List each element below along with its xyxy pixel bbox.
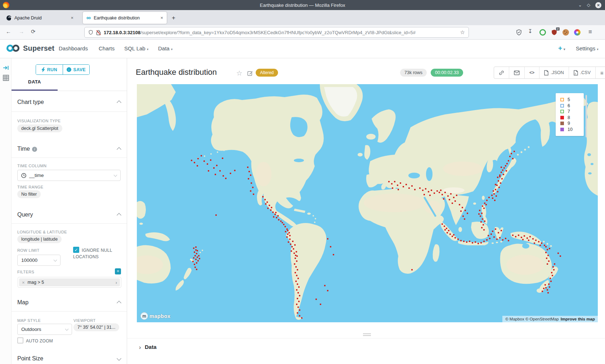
lonlat-label: LONGITUDE & LATITUDE <box>17 230 67 234</box>
earthquake-point <box>272 211 274 213</box>
data-results-panel[interactable]: › Data <box>127 338 605 364</box>
reload-icon[interactable]: ⟳ <box>31 28 36 35</box>
section-map[interactable]: Map <box>17 299 121 306</box>
earthquake-point <box>497 177 498 178</box>
nav-dashboards[interactable]: Dashboards <box>59 45 88 51</box>
nav-data[interactable]: Data▾ <box>158 45 172 51</box>
edit-title-icon[interactable] <box>247 70 253 76</box>
map-legend: 5678910 <box>556 93 584 136</box>
tab-label: Earthquake distribution <box>94 15 140 21</box>
copy-link-button[interactable] <box>494 67 509 78</box>
viz-type-value[interactable]: deck.gl Scatterplot <box>17 124 62 132</box>
earthquake-point <box>482 218 483 220</box>
export-json-button[interactable]: .JSON <box>539 67 569 78</box>
chevron-right-icon[interactable]: › <box>139 344 141 351</box>
expand-panel-icon[interactable] <box>3 65 9 71</box>
earthquake-point <box>490 233 492 235</box>
lonlat-value[interactable]: longitude | latitude <box>17 235 62 243</box>
tab-earthquake-distribution[interactable]: ∞ Earthquake distribution × <box>83 12 167 24</box>
section-chart-type[interactable]: Chart type <box>17 99 121 105</box>
insecure-lock-icon[interactable] <box>96 30 101 35</box>
email-button[interactable] <box>509 67 525 78</box>
row-count-badge: 73k rows <box>400 69 427 77</box>
earthquake-point <box>480 215 481 217</box>
nav-charts[interactable]: Charts <box>99 45 115 51</box>
tab-close-icon[interactable]: × <box>71 15 73 21</box>
earthquake-point <box>296 260 297 262</box>
maximize-icon[interactable]: ◇ <box>587 3 590 8</box>
data-panel-title: Data <box>145 344 157 350</box>
downloads-icon[interactable]: ↧ <box>528 28 533 35</box>
minimize-icon[interactable]: ⌄ <box>578 3 582 8</box>
altered-badge[interactable]: Altered <box>256 69 278 77</box>
remove-filter-icon[interactable]: × <box>19 280 28 285</box>
export-csv-button[interactable]: x .CSV <box>569 67 596 78</box>
tab-apache-druid[interactable]: Apache Druid × <box>3 12 77 24</box>
panel-drag-handle[interactable] <box>363 333 371 336</box>
time-range-value[interactable]: No filter <box>17 190 41 198</box>
earthquake-point <box>411 185 413 187</box>
earthquake-point <box>459 204 460 205</box>
tab-close-icon[interactable]: × <box>160 15 163 21</box>
mask-extension-icon[interactable] <box>539 29 546 36</box>
auto-zoom-checkbox[interactable] <box>17 337 23 343</box>
settings-menu[interactable]: Settings▾ <box>576 45 599 51</box>
new-tab-button[interactable]: + <box>172 14 175 22</box>
chevron-right-icon[interactable]: › <box>113 280 120 285</box>
favorite-star-icon[interactable]: ☆ <box>236 69 242 77</box>
legend-item[interactable]: 8 <box>560 115 584 121</box>
section-query[interactable]: Query <box>17 211 121 218</box>
save-button[interactable]: ↓ SAVE <box>63 65 90 74</box>
earthquake-point <box>496 185 498 186</box>
back-icon[interactable]: ← <box>6 28 11 35</box>
adblock-extension-icon[interactable]: 2 <box>551 29 557 36</box>
cookie-extension-icon[interactable] <box>563 29 569 36</box>
deckgl-map[interactable]: 5678910 m mapbox © Mapbox © OpenStreetMa… <box>137 84 598 322</box>
embed-code-button[interactable]: <> <box>525 67 539 78</box>
earthquake-point <box>467 213 468 214</box>
earthquake-point <box>488 197 490 198</box>
legend-item[interactable]: 9 <box>560 120 584 127</box>
tab-data[interactable]: DATA <box>12 79 58 91</box>
section-time[interactable]: Timei <box>17 146 121 152</box>
earthquake-point <box>446 228 447 229</box>
bookmark-star-icon[interactable]: ☆ <box>460 29 465 36</box>
earthquake-point <box>552 275 553 276</box>
time-column-select[interactable]: __time <box>17 170 121 181</box>
add-filter-button[interactable]: + <box>115 268 121 274</box>
earthquake-point <box>506 163 508 164</box>
dataset-grid-icon[interactable] <box>3 75 9 81</box>
pocket-shield-icon[interactable] <box>516 29 522 36</box>
pinwheel-extension-icon[interactable] <box>574 29 581 36</box>
legend-item[interactable]: 7 <box>560 109 584 115</box>
legend-item[interactable]: 10 <box>560 127 584 133</box>
ignore-null-label-2: LOCATIONS <box>73 254 99 259</box>
ignore-null-checkbox[interactable]: ✓ <box>73 247 79 253</box>
earthquake-point <box>219 170 221 172</box>
new-button[interactable]: +▾ <box>558 44 565 52</box>
improve-map-link[interactable]: Improve this map <box>561 317 595 321</box>
section-point-size[interactable]: Point Size <box>17 355 121 362</box>
superset-logo[interactable]: Superset <box>6 44 54 53</box>
ignore-null-label-1: IGNORE NULL <box>82 248 112 253</box>
run-button[interactable]: RUN <box>36 65 63 74</box>
earthquake-point <box>411 269 413 270</box>
map-style-select[interactable]: Outdoors <box>17 324 72 335</box>
url-bar[interactable]: 172.18.0.3:32108/superset/explore/?form_… <box>84 27 469 38</box>
mapbox-logo[interactable]: m mapbox <box>140 312 171 320</box>
menu-icon[interactable]: ≡ <box>588 28 592 36</box>
forward-icon[interactable]: → <box>19 28 24 35</box>
tracking-shield-icon[interactable] <box>88 29 93 35</box>
earthquake-point <box>549 248 550 249</box>
close-icon[interactable]: ✕ <box>595 2 601 8</box>
filter-chip[interactable]: × mag > 5 › <box>19 278 120 286</box>
legend-item[interactable]: 5 <box>560 97 584 103</box>
earthquake-point <box>522 239 524 240</box>
nav-sql-lab[interactable]: SQL Lab▾ <box>124 45 148 51</box>
chart-menu-button[interactable]: ≡ <box>596 67 605 78</box>
viewport-value[interactable]: 7° 35' 54.02" | 31... <box>73 323 119 331</box>
legend-scrollbar[interactable] <box>586 95 587 137</box>
legend-item[interactable]: 6 <box>560 103 584 109</box>
earthquake-point <box>524 235 525 237</box>
row-limit-select[interactable]: 100000 <box>17 255 60 266</box>
